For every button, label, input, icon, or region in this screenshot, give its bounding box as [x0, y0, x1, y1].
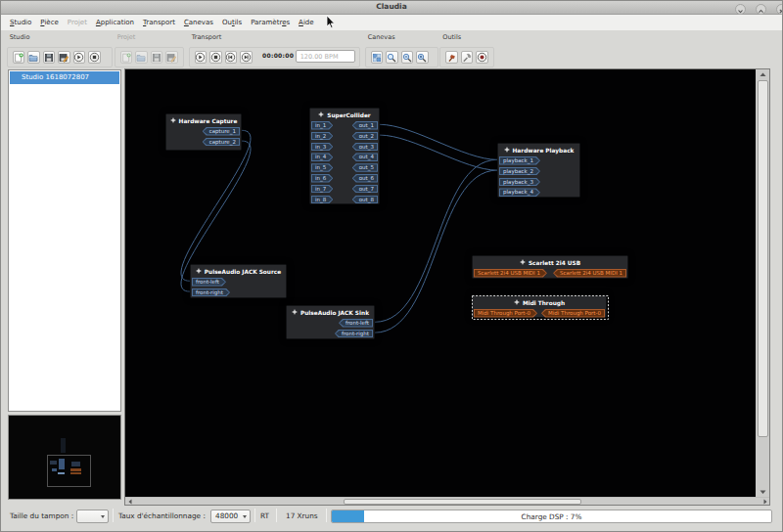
node-scarlett[interactable]: Scarlett 2i4 USBScarlett 2i4 USB MIDI 1S…: [472, 255, 628, 279]
new-project-icon: [121, 48, 131, 66]
node-supercollider[interactable]: SuperColliderin_1in_2in_3in_4in_5in_6in_…: [309, 108, 380, 204]
minimize-button[interactable]: [735, 4, 746, 15]
menu-aide[interactable]: Aide: [295, 15, 319, 30]
port-out-out-7[interactable]: out_7: [352, 185, 378, 194]
port-out-scarlett-2i4-usb-midi-1[interactable]: Scarlett 2i4 USB MIDI 1: [553, 269, 626, 278]
toolbar-group-label: Transport: [192, 33, 222, 41]
node-midi-through[interactable]: Midi ThroughMidi Through Port-0Midi Thro…: [472, 295, 607, 318]
vscroll-thumb[interactable]: [758, 80, 768, 437]
transport-stop-button[interactable]: [209, 51, 222, 64]
port-in-playback-1[interactable]: playback_1: [499, 156, 540, 165]
save-as-studio-button[interactable]: [58, 51, 70, 64]
port-out-midi-through-port-0[interactable]: Midi Through Port-0: [541, 309, 605, 318]
patchbay-canvas[interactable]: Hardware Capturecapture_1capture_2SuperC…: [125, 69, 756, 497]
menu-transport[interactable]: Transport: [139, 15, 180, 30]
node-pa-source[interactable]: PulseAudio JACK Sourcefront-leftfront-ri…: [190, 264, 287, 298]
logs-button[interactable]: [476, 51, 488, 64]
buffer-size-label: Taille du tampon :: [10, 510, 73, 522]
port-in-front-right[interactable]: front-right: [192, 288, 230, 297]
minimap-node: [52, 468, 57, 471]
connection-wire[interactable]: [181, 130, 251, 281]
scroll-down-button[interactable]: [756, 487, 769, 497]
save-project-button: [151, 51, 163, 64]
canvas-hscrollbar[interactable]: [125, 497, 769, 505]
port-out-out-6[interactable]: out_6: [352, 174, 378, 183]
port-out-front-right[interactable]: front-right: [335, 330, 373, 338]
menu-param-tres[interactable]: Paramètres: [247, 15, 295, 30]
toolbar-group-label: Outils: [442, 33, 461, 41]
port-out-out-3[interactable]: out_3: [352, 143, 378, 152]
port-in-in-5[interactable]: in_5: [311, 163, 333, 172]
separator: [326, 509, 327, 522]
transport-forward-icon: [241, 48, 252, 66]
menu-studio[interactable]: Studio: [6, 15, 36, 30]
samplerate-select[interactable]: 48000: [210, 510, 251, 523]
close-button[interactable]: [776, 4, 783, 15]
port-out-out-1[interactable]: out_1: [352, 121, 378, 130]
transport-play-button[interactable]: [195, 51, 207, 64]
menu-outils[interactable]: Outils: [217, 15, 246, 30]
client-icon: [196, 268, 202, 275]
canvas-vscrollbar[interactable]: [756, 69, 769, 497]
port-in-in-3[interactable]: in_3: [311, 143, 333, 152]
scroll-right-button[interactable]: [760, 498, 769, 506]
scroll-left-button[interactable]: [125, 498, 134, 506]
node-hw-capture[interactable]: Hardware Capturecapture_1capture_2: [165, 113, 242, 151]
port-in-in-1[interactable]: in_1: [311, 121, 333, 130]
menu-application[interactable]: Application: [91, 15, 138, 30]
scroll-up-button[interactable]: [756, 69, 769, 79]
transport-backward-icon: [225, 48, 236, 66]
port-out-front-left[interactable]: front-left: [339, 319, 373, 328]
stop-studio-button[interactable]: [88, 51, 101, 64]
port-out-out-4[interactable]: out_4: [352, 153, 378, 161]
menu-projet[interactable]: Projet: [63, 15, 91, 30]
arrange-button[interactable]: [371, 51, 384, 64]
buffer-size-select[interactable]: [76, 510, 109, 523]
port-out-capture-2[interactable]: capture_2: [203, 138, 240, 147]
port-out-out-2[interactable]: out_2: [352, 132, 378, 141]
port-out-out-8[interactable]: out_8: [352, 196, 378, 204]
connection-wire[interactable]: [380, 124, 497, 159]
port-in-in-8[interactable]: in_8: [311, 196, 333, 204]
node-title: Midi Through: [473, 296, 606, 309]
transport-forward-button[interactable]: [240, 51, 253, 64]
save-studio-button[interactable]: [43, 51, 56, 64]
open-studio-button[interactable]: [27, 51, 40, 64]
port-in-in-4[interactable]: in_4: [311, 153, 333, 161]
port-in-in-6[interactable]: in_6: [311, 174, 333, 183]
port-out-out-5[interactable]: out_5: [352, 163, 378, 172]
port-in-midi-through-port-0[interactable]: Midi Through Port-0: [474, 309, 537, 318]
new-studio-button[interactable]: [13, 51, 25, 64]
port-in-front-left[interactable]: front-left: [192, 278, 226, 287]
save-project-icon: [152, 48, 161, 66]
port-in-scarlett-2i4-usb-midi-1[interactable]: Scarlett 2i4 USB MIDI 1: [474, 269, 547, 278]
maximize-button[interactable]: [756, 4, 766, 15]
node-pa-sink[interactable]: PulseAudio JACK Sinkfront-leftfront-righ…: [286, 305, 375, 339]
port-in-playback-2[interactable]: playback_2: [499, 167, 540, 176]
toolbar-group-label: Studio: [10, 33, 30, 41]
port-in-in-7[interactable]: in_7: [311, 185, 333, 194]
zoom-in-button[interactable]: [416, 51, 429, 64]
configure-jack-button[interactable]: [445, 51, 458, 64]
zoom-out-button[interactable]: [401, 51, 414, 64]
transport-backward-button[interactable]: [225, 51, 238, 64]
studio-list-item[interactable]: Studio 1618072807: [10, 71, 119, 84]
port-in-playback-4[interactable]: playback_4: [499, 188, 540, 197]
logs-icon: [477, 48, 487, 66]
node-title: Hardware Playback: [498, 144, 579, 156]
canvas-minimap[interactable]: [8, 415, 121, 500]
port-out-capture-1[interactable]: capture_1: [203, 127, 240, 136]
configure-claudia-button[interactable]: [461, 51, 474, 64]
start-studio-button[interactable]: [73, 51, 86, 64]
toolbar-group-label: Projet: [117, 33, 136, 41]
node-hw-playback[interactable]: Hardware Playbackplayback_1playback_2pla…: [497, 143, 580, 198]
menu-pi-ce[interactable]: Pièce: [36, 15, 64, 30]
menu-canevas[interactable]: Canevas: [179, 15, 217, 30]
hscroll-thumb[interactable]: [344, 499, 581, 505]
toolbar-group-frame: [439, 47, 494, 68]
zoom-fit-button[interactable]: [386, 51, 398, 64]
port-in-playback-3[interactable]: playback_3: [499, 178, 540, 187]
configure-claudia-icon: [462, 48, 472, 66]
studio-list[interactable]: Studio 1618072807: [8, 69, 121, 412]
port-in-in-2[interactable]: in_2: [311, 132, 333, 141]
